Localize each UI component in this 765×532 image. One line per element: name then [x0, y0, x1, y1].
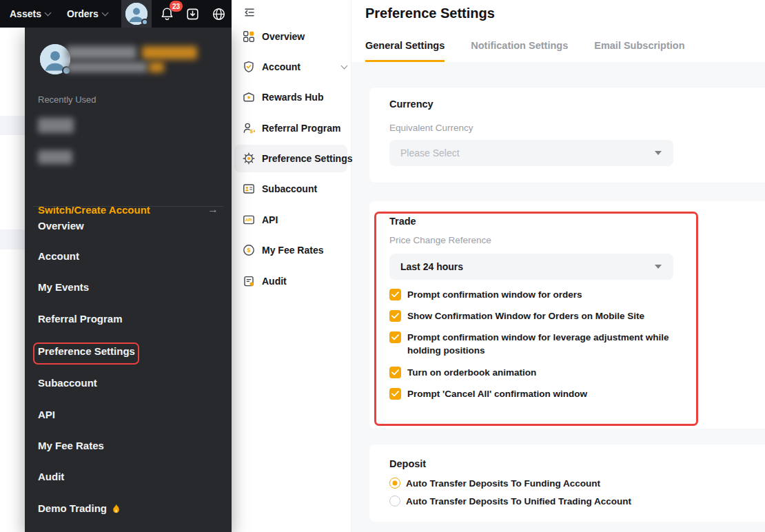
top-navbar: Assets Orders 23	[0, 0, 232, 28]
fee-icon: $	[243, 244, 255, 256]
sidebar-item-preference-settings[interactable]: Preference Settings	[243, 150, 353, 167]
sidebar-item-rewards-hub[interactable]: Rewards Hub	[243, 89, 323, 105]
chevron-down-icon	[101, 9, 108, 16]
account-dropdown-panel: Recently Used Switch/Create Account → Ov…	[25, 28, 232, 532]
sidebar-item-account[interactable]: Account	[243, 59, 300, 75]
radio-auto-transfer-funding[interactable]: Auto Transfer Deposits To Funding Accoun…	[389, 478, 600, 489]
nav-orders-label: Orders	[67, 8, 99, 19]
api-icon: API	[243, 214, 255, 226]
tab-notification-settings[interactable]: Notification Settings	[471, 40, 568, 62]
blurred-account-badge	[142, 46, 197, 59]
panel-item-referral-program[interactable]: Referral Program	[38, 312, 123, 326]
nav-assets-menu[interactable]: Assets	[0, 0, 59, 28]
radio-unselected-icon[interactable]	[389, 495, 400, 507]
page-title: Preference Settings	[365, 6, 495, 21]
download-icon	[185, 7, 200, 21]
currency-card: Currency Equivalent Currency Please Sele…	[369, 88, 765, 183]
main-content: Preference Settings General Settings Not…	[351, 0, 765, 532]
trade-heading: Trade	[389, 216, 416, 227]
rewards-icon	[243, 91, 255, 103]
checkbox-checked-icon[interactable]	[389, 388, 401, 400]
grid-icon	[243, 30, 255, 43]
referral-icon: $+	[243, 122, 255, 134]
checkbox-cancel-all-confirmation[interactable]: Prompt 'Cancel All' confirmation window	[389, 387, 701, 400]
dropdown-arrow-icon	[655, 151, 662, 155]
panel-item-api[interactable]: API	[38, 408, 55, 422]
user-avatar-icon	[125, 3, 147, 25]
checkbox-leverage-adjustment[interactable]: Prompt confirmation window for leverage …	[389, 331, 701, 357]
checkbox-prompt-confirmation-orders[interactable]: Prompt confirmation window for orders	[389, 288, 701, 301]
select-placeholder: Please Select	[400, 147, 460, 158]
currency-heading: Currency	[389, 99, 434, 110]
gear-icon	[243, 152, 255, 165]
panel-item-subaccount[interactable]: Subaccount	[38, 376, 97, 390]
collapse-sidebar-button[interactable]	[241, 4, 258, 21]
panel-item-overview[interactable]: Overview	[38, 219, 84, 233]
account-avatar-button[interactable]	[121, 0, 152, 28]
blurred-user-id	[66, 62, 147, 72]
dropdown-arrow-icon	[655, 265, 662, 269]
download-app-button[interactable]	[180, 0, 205, 28]
sidebar-item-overview[interactable]: Overview	[243, 28, 305, 45]
nav-assets-label: Assets	[10, 8, 41, 19]
blurred-user-tag	[149, 62, 164, 72]
sidebar-item-my-fee-rates[interactable]: $ My Fee Rates	[243, 242, 323, 258]
blurred-username	[66, 46, 136, 59]
recently-used-label: Recently Used	[38, 94, 96, 105]
price-change-reference-label: Price Change Reference	[389, 235, 491, 245]
background-page-row	[0, 229, 25, 249]
language-globe-button[interactable]	[206, 0, 232, 28]
recently-used-item-blurred[interactable]	[38, 118, 74, 133]
sidebar-item-audit[interactable]: Audit	[243, 273, 287, 289]
nav-orders-menu[interactable]: Orders	[59, 0, 116, 28]
collapse-sidebar-icon	[243, 6, 256, 19]
panel-item-preference-settings[interactable]: Preference Settings	[38, 345, 135, 358]
divider	[33, 206, 223, 207]
avatar-status-dot	[141, 19, 148, 25]
globe-icon	[212, 7, 226, 21]
chevron-down-icon	[44, 9, 51, 16]
checkbox-checked-icon[interactable]	[389, 367, 401, 378]
tab-email-subscription[interactable]: Email Subscription	[594, 40, 684, 62]
checkbox-checked-icon[interactable]	[389, 331, 401, 343]
tab-general-settings[interactable]: General Settings	[365, 40, 445, 62]
audit-icon	[243, 275, 255, 287]
shield-icon	[243, 61, 255, 73]
checkbox-show-confirmation-mobile[interactable]: Show Confirmation Window for Orders on M…	[389, 309, 701, 323]
deposit-card: Deposit Auto Transfer Deposits To Fundin…	[369, 444, 765, 522]
radio-auto-transfer-unified[interactable]: Auto Transfer Deposits To Unified Tradin…	[389, 495, 631, 507]
radio-selected-icon[interactable]	[389, 478, 400, 489]
trade-card: Trade Price Change Reference Last 24 hou…	[369, 201, 765, 429]
checkbox-checked-icon[interactable]	[389, 289, 401, 300]
svg-text:$+: $+	[250, 128, 255, 134]
panel-item-audit[interactable]: Audit	[38, 470, 64, 484]
notifications-button[interactable]: 23	[154, 0, 180, 28]
background-page-row	[0, 116, 25, 135]
recently-used-item-blurred[interactable]	[38, 150, 72, 164]
equivalent-currency-select[interactable]: Please Select	[389, 140, 673, 166]
sidebar-item-subaccount[interactable]: Subaccount	[243, 181, 317, 197]
flame-icon	[112, 504, 121, 514]
select-value: Last 24 hours	[400, 261, 463, 272]
settings-sidebar: Overview Account Rewards Hub $+ Referral…	[232, 0, 351, 532]
deposit-heading: Deposit	[389, 458, 426, 469]
chevron-down-icon	[341, 63, 348, 70]
checkbox-checked-icon[interactable]	[389, 310, 401, 322]
price-change-reference-select[interactable]: Last 24 hours	[389, 254, 673, 280]
panel-item-my-fee-rates[interactable]: My Fee Rates	[38, 439, 104, 453]
subaccount-icon	[243, 183, 255, 195]
sidebar-item-referral-program[interactable]: $+ Referral Program	[243, 120, 340, 136]
equivalent-currency-label: Equivalent Currency	[389, 123, 473, 133]
svg-text:API: API	[245, 218, 252, 222]
settings-body: Currency Equivalent Currency Please Sele…	[351, 62, 765, 532]
arrow-right-icon: →	[207, 203, 218, 216]
settings-tabs: General Settings Notification Settings E…	[365, 40, 685, 62]
panel-item-account[interactable]: Account	[38, 249, 79, 263]
svg-text:$: $	[247, 247, 250, 254]
switch-create-account-button[interactable]: Switch/Create Account →	[38, 203, 218, 216]
sidebar-item-api[interactable]: API API	[243, 212, 278, 228]
panel-item-my-events[interactable]: My Events	[38, 280, 89, 294]
panel-item-demo-trading[interactable]: Demo Trading	[38, 502, 121, 515]
checkbox-orderbook-animation[interactable]: Turn on orderbook animation	[389, 366, 701, 379]
